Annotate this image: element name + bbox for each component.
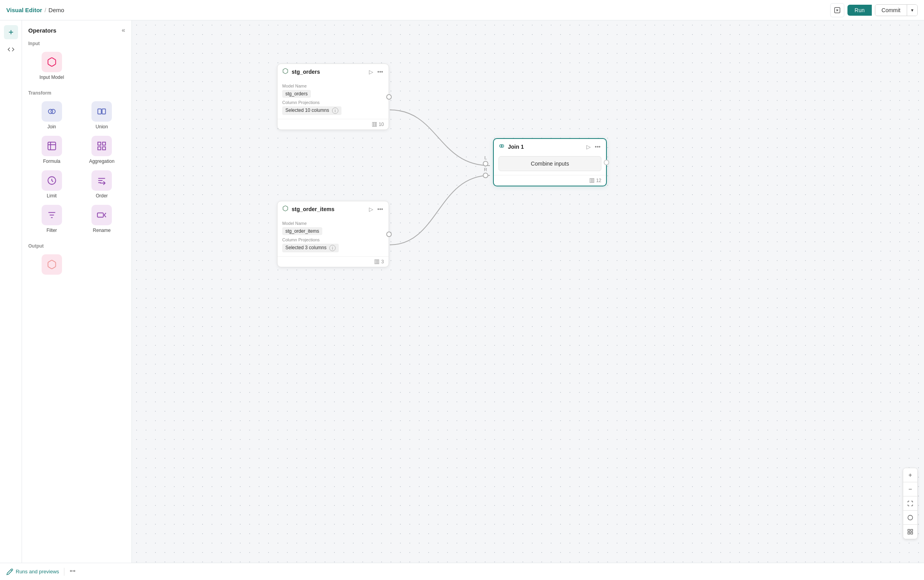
fit-button[interactable] xyxy=(903,496,917,511)
runs-previews-button[interactable]: Runs and previews xyxy=(6,568,59,575)
node-stg-order-items-more-button[interactable]: ••• xyxy=(376,205,384,213)
formula-icon xyxy=(42,136,62,156)
join-connector-L: L xyxy=(483,155,488,166)
operator-formula[interactable]: Formula xyxy=(28,134,75,166)
zoom-in-button[interactable]: + xyxy=(903,468,917,482)
runs-previews-label: Runs and previews xyxy=(16,569,59,575)
node-stg-order-items[interactable]: stg_order_items ▷ ••• Model Name stg_ord… xyxy=(277,201,389,267)
svg-rect-32 xyxy=(908,529,910,531)
grid-button[interactable] xyxy=(903,525,917,539)
svg-rect-23 xyxy=(375,260,376,264)
svg-point-31 xyxy=(908,515,913,520)
connector-l-dot[interactable] xyxy=(483,161,488,166)
node-stg-order-items-play-button[interactable]: ▷ xyxy=(368,205,374,213)
svg-rect-10 xyxy=(102,147,106,150)
output-operators-grid xyxy=(22,251,131,281)
node-stg-orders[interactable]: stg_orders ▷ ••• Model Name stg_orders C… xyxy=(277,64,389,130)
reset-button[interactable] xyxy=(903,511,917,525)
svg-rect-34 xyxy=(908,532,910,534)
info-icon-stg-orders: i xyxy=(332,108,338,114)
share-button[interactable] xyxy=(830,3,844,17)
columns-icon-stg-orders xyxy=(372,122,377,127)
sidebar-header: Operators « xyxy=(22,20,131,37)
rename-label: Rename xyxy=(93,228,111,233)
node-stg-order-items-footer: 3 xyxy=(278,256,389,267)
svg-rect-24 xyxy=(376,260,378,264)
node-stg-orders-play-button[interactable]: ▷ xyxy=(368,68,374,76)
operator-order[interactable]: Order xyxy=(79,169,126,200)
svg-rect-5 xyxy=(98,109,102,114)
transform-operators-grid: Join Union Formula xyxy=(22,98,131,239)
connector-stg-order-items-output[interactable] xyxy=(386,232,392,237)
operator-aggregation[interactable]: Aggregation xyxy=(79,134,126,166)
output-model-icon xyxy=(42,254,62,275)
sidebar-collapse-button[interactable]: « xyxy=(122,27,125,34)
svg-rect-6 xyxy=(102,109,106,114)
node-stg-orders-model-label: Model Name xyxy=(282,84,384,88)
operator-union[interactable]: Union xyxy=(79,100,126,131)
timeline-button[interactable] xyxy=(69,567,76,576)
svg-point-36 xyxy=(70,571,71,572)
node-stg-order-items-model-label: Model Name xyxy=(282,221,384,226)
svg-rect-35 xyxy=(911,532,913,534)
node-stg-orders-header: stg_orders ▷ ••• xyxy=(278,64,389,79)
node-stg-orders-model-value: stg_orders xyxy=(282,90,311,98)
commit-button[interactable]: Commit xyxy=(875,5,907,16)
aggregation-icon xyxy=(91,136,112,156)
bottom-bar: Runs and previews xyxy=(0,563,924,580)
info-icon-stg-order-items: i xyxy=(329,245,336,251)
connector-stg-orders-output[interactable] xyxy=(386,94,392,100)
svg-point-37 xyxy=(74,571,75,572)
section-title-output: Output xyxy=(22,239,131,251)
icon-rail xyxy=(0,20,22,563)
node-join1[interactable]: L R Join 1 ▷ ••• Combine xyxy=(493,138,607,186)
node-join1-count: 12 xyxy=(596,178,601,183)
order-label: Order xyxy=(96,193,108,199)
node-stg-orders-icon xyxy=(282,68,289,76)
svg-rect-9 xyxy=(98,147,101,150)
node-join1-body: Combine inputs xyxy=(494,154,606,175)
node-join1-play-button[interactable]: ▷ xyxy=(586,143,592,151)
filter-label: Filter xyxy=(46,228,57,233)
code-button[interactable] xyxy=(4,42,18,57)
commit-chevron-button[interactable]: ▾ xyxy=(907,5,917,16)
operator-join[interactable]: Join xyxy=(28,100,75,131)
node-stg-orders-count: 10 xyxy=(379,122,384,127)
operator-limit[interactable]: Limit xyxy=(28,169,75,200)
run-button[interactable]: Run xyxy=(847,5,872,16)
operator-output-model[interactable] xyxy=(28,253,75,276)
svg-rect-25 xyxy=(378,260,379,264)
connector-r-dot[interactable] xyxy=(483,173,488,178)
node-stg-orders-proj-value: Selected 10 columns i xyxy=(282,106,341,115)
operator-rename[interactable]: Rename xyxy=(79,203,126,235)
svg-rect-28 xyxy=(590,179,591,183)
node-stg-order-items-header: stg_order_items ▷ ••• xyxy=(278,201,389,216)
join-connector-R: R xyxy=(483,167,488,178)
svg-rect-19 xyxy=(97,213,103,217)
rename-icon xyxy=(91,205,112,225)
svg-rect-20 xyxy=(372,122,373,127)
node-join1-header: Join 1 ▷ ••• xyxy=(494,139,606,154)
node-join1-title: Join 1 xyxy=(508,144,583,150)
connector-r-label: R xyxy=(483,167,488,172)
input-operators-grid: Input Model xyxy=(22,49,131,86)
topbar: Visual Editor / Demo Run Commit ▾ xyxy=(0,0,924,20)
node-stg-order-items-title: stg_order_items xyxy=(292,206,365,212)
section-title-input: Input xyxy=(22,37,131,49)
node-stg-orders-more-button[interactable]: ••• xyxy=(376,68,384,76)
limit-label: Limit xyxy=(47,193,57,199)
zoom-out-button[interactable]: − xyxy=(903,482,917,496)
operator-filter[interactable]: Filter xyxy=(28,203,75,235)
aggregation-label: Aggregation xyxy=(89,159,115,164)
add-button[interactable] xyxy=(4,25,18,39)
operator-input-model[interactable]: Input Model xyxy=(28,50,75,82)
node-stg-orders-body: Model Name stg_orders Column Projections… xyxy=(278,79,389,119)
node-join1-more-button[interactable]: ••• xyxy=(594,143,601,151)
canvas-connections xyxy=(132,20,924,563)
combine-inputs-button[interactable]: Combine inputs xyxy=(499,156,601,171)
node-join1-footer: 12 xyxy=(494,175,606,186)
order-icon xyxy=(91,170,112,191)
runs-previews-icon xyxy=(6,568,13,575)
columns-icon-stg-order-items xyxy=(374,259,380,264)
connector-join1-output[interactable] xyxy=(604,160,609,165)
